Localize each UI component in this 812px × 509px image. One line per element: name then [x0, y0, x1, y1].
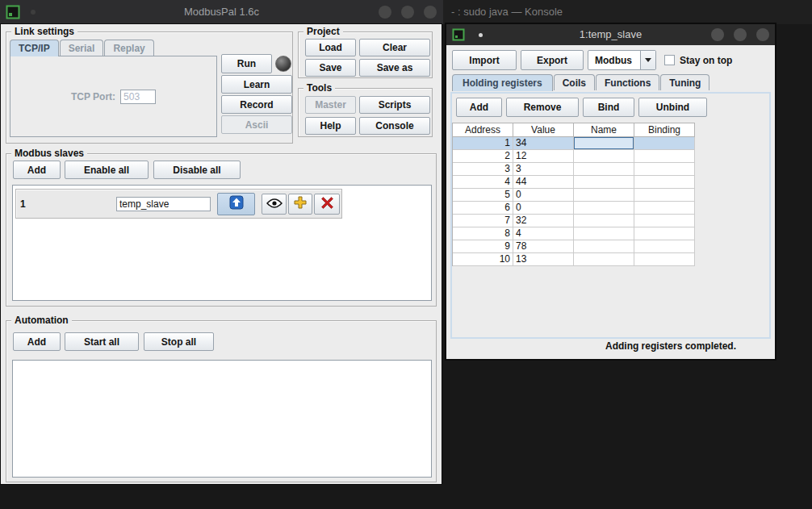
scripts-button[interactable]: Scripts — [359, 96, 430, 114]
register-remove-button[interactable]: Remove — [506, 98, 579, 117]
name-cell[interactable] — [574, 215, 634, 227]
table-row[interactable]: 7 32 — [453, 215, 695, 227]
value-cell[interactable]: 44 — [513, 176, 574, 189]
column-header-binding[interactable]: Binding — [634, 123, 695, 137]
export-button[interactable]: Export — [521, 50, 584, 70]
value-cell[interactable]: 12 — [513, 150, 574, 163]
tab-tcpip[interactable]: TCP/IP — [10, 40, 59, 56]
binding-cell[interactable] — [634, 150, 695, 163]
tab-serial[interactable]: Serial — [60, 40, 104, 56]
slave-delete-button[interactable] — [314, 194, 340, 215]
name-cell[interactable] — [574, 163, 634, 176]
slave-close-button[interactable] — [756, 28, 769, 41]
value-cell[interactable]: 78 — [513, 240, 574, 253]
name-cell[interactable] — [574, 176, 634, 189]
table-row[interactable]: 3 3 — [453, 163, 695, 176]
record-button[interactable]: Record — [221, 95, 292, 114]
name-cell[interactable] — [574, 253, 634, 266]
name-cell[interactable] — [574, 137, 634, 150]
column-header-name[interactable]: Name — [574, 123, 634, 137]
binding-cell[interactable] — [634, 227, 695, 240]
save-button[interactable]: Save — [305, 59, 356, 77]
binding-cell[interactable] — [634, 189, 695, 202]
master-button[interactable]: Master — [305, 96, 356, 114]
value-cell[interactable]: 0 — [513, 189, 574, 202]
address-cell[interactable]: 3 — [453, 163, 513, 176]
minimize-button[interactable] — [379, 6, 391, 19]
binding-cell[interactable] — [634, 253, 695, 266]
value-cell[interactable]: 4 — [513, 227, 574, 240]
slave-duplicate-button[interactable] — [288, 194, 312, 215]
name-cell[interactable] — [574, 202, 634, 215]
learn-button[interactable]: Learn — [221, 75, 292, 94]
register-unbind-button[interactable]: Unbind — [638, 98, 707, 117]
maximize-button[interactable] — [401, 6, 414, 19]
name-cell[interactable] — [574, 240, 634, 253]
slave-name-input[interactable] — [116, 197, 211, 211]
close-button[interactable] — [424, 6, 437, 19]
column-header-value[interactable]: Value — [513, 123, 574, 137]
modbus-mode-select[interactable]: Modbus — [588, 50, 656, 70]
address-cell[interactable]: 10 — [453, 253, 513, 266]
value-cell[interactable]: 0 — [513, 202, 574, 215]
address-cell[interactable]: 6 — [453, 202, 513, 215]
value-cell[interactable]: 3 — [513, 163, 574, 176]
console-button[interactable]: Console — [359, 117, 430, 135]
import-button[interactable]: Import — [452, 50, 517, 70]
tab-functions[interactable]: Functions — [596, 74, 659, 90]
tab-replay[interactable]: Replay — [104, 40, 153, 56]
automation-add-button[interactable]: Add — [13, 332, 61, 351]
slave-maximize-button[interactable] — [734, 28, 747, 41]
register-add-button[interactable]: Add — [456, 98, 502, 117]
start-all-button[interactable]: Start all — [65, 332, 139, 351]
stop-all-button[interactable]: Stop all — [144, 332, 214, 351]
load-button[interactable]: Load — [305, 39, 356, 56]
address-cell[interactable]: 7 — [453, 215, 513, 227]
binding-cell[interactable] — [634, 202, 695, 215]
address-cell[interactable]: 8 — [453, 227, 513, 240]
table-row[interactable]: 1 34 — [453, 137, 695, 150]
tab-coils[interactable]: Coils — [554, 74, 595, 90]
run-button[interactable]: Run — [221, 54, 272, 73]
slave-enabled-toggle[interactable] — [217, 193, 255, 215]
combo-arrow-button[interactable] — [640, 51, 655, 69]
value-cell[interactable]: 34 — [513, 137, 574, 150]
value-cell[interactable]: 32 — [513, 215, 574, 227]
clear-button[interactable]: Clear — [359, 39, 430, 56]
slave-show-button[interactable] — [262, 194, 287, 215]
table-row[interactable]: 9 78 — [453, 240, 695, 253]
name-cell[interactable] — [574, 189, 634, 202]
table-row[interactable]: 2 12 — [453, 150, 695, 163]
tab-tuning[interactable]: Tuning — [660, 74, 709, 90]
table-row[interactable]: 5 0 — [453, 189, 695, 202]
slaves-add-button[interactable]: Add — [13, 161, 61, 179]
address-cell[interactable]: 1 — [453, 137, 513, 150]
binding-cell[interactable] — [634, 240, 695, 253]
help-button[interactable]: Help — [305, 117, 356, 135]
table-row[interactable]: 4 44 — [453, 176, 695, 189]
binding-cell[interactable] — [634, 215, 695, 227]
name-cell[interactable] — [574, 150, 634, 163]
tcp-port-input[interactable] — [120, 90, 156, 104]
address-cell[interactable]: 4 — [453, 176, 513, 189]
table-row[interactable]: 8 4 — [453, 227, 695, 240]
address-cell[interactable]: 2 — [453, 150, 513, 163]
address-cell[interactable]: 9 — [453, 240, 513, 253]
save-as-button[interactable]: Save as — [359, 59, 430, 77]
name-cell[interactable] — [574, 227, 634, 240]
tab-holding-registers[interactable]: Holding registers — [452, 74, 553, 91]
column-header-address[interactable]: Address — [453, 123, 513, 137]
slave-titlebar[interactable]: 1:temp_slave — [446, 24, 775, 45]
table-row[interactable]: 6 0 — [453, 202, 695, 215]
konsole-titlebar[interactable]: - : sudo java — Konsole — [443, 0, 812, 24]
ascii-button[interactable]: Ascii — [221, 115, 292, 134]
binding-cell[interactable] — [634, 163, 695, 176]
address-cell[interactable]: 5 — [453, 189, 513, 202]
modbuspal-titlebar[interactable]: ModbusPal 1.6c — [0, 0, 443, 24]
binding-cell[interactable] — [634, 176, 695, 189]
value-cell[interactable]: 13 — [513, 253, 574, 266]
binding-cell[interactable] — [634, 137, 695, 150]
register-bind-button[interactable]: Bind — [583, 98, 634, 117]
slave-minimize-button[interactable] — [711, 28, 724, 41]
table-row[interactable]: 10 13 — [453, 253, 695, 266]
